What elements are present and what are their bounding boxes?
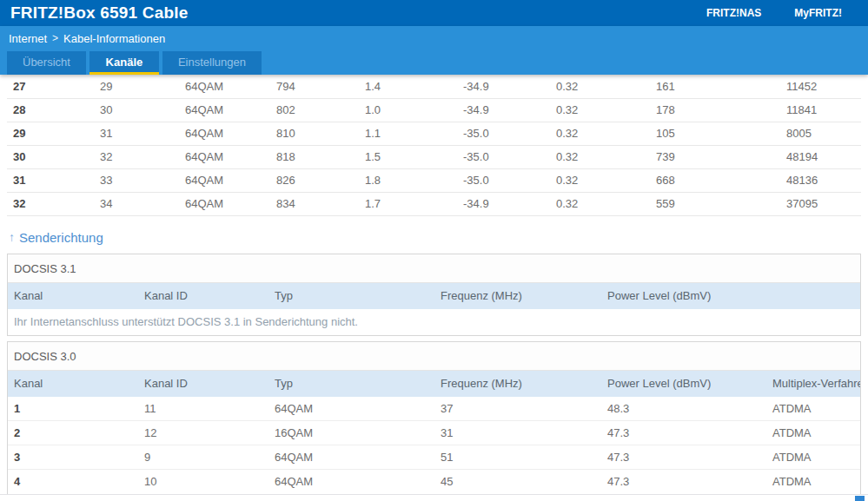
table-cell: 810: [270, 122, 359, 145]
table-cell: -34.9: [457, 192, 550, 215]
table-cell: 8005: [780, 122, 861, 145]
table-cell: 11452: [780, 75, 861, 98]
table-cell: -35.0: [457, 145, 550, 168]
table-cell: 1: [8, 397, 138, 421]
column-header: Frequenz (MHz): [434, 283, 601, 309]
myfritz-link[interactable]: MyFRITZ!: [794, 7, 842, 19]
table-cell: 0.32: [550, 122, 650, 145]
table-cell: -34.9: [457, 98, 550, 122]
table-cell: 0.32: [550, 192, 650, 215]
table-cell: 559: [650, 192, 780, 215]
table-cell: 10: [138, 470, 268, 494]
table-cell: 178: [650, 98, 780, 122]
up-arrow-icon: ↑: [9, 230, 15, 244]
corner-blue-accent: [855, 496, 865, 501]
table-row: 303264QAM8181.5-35.00.3273948194: [7, 145, 861, 168]
table-cell: 31: [94, 122, 179, 145]
table-cell: 31: [7, 168, 94, 192]
table-cell: 34: [94, 192, 179, 215]
table-cell: 0.32: [550, 168, 650, 192]
fritznas-link[interactable]: FRITZ!NAS: [706, 7, 761, 19]
table-cell: 47.3: [601, 445, 766, 470]
table-cell: 30: [94, 98, 179, 122]
table-cell: 64QAM: [268, 470, 434, 494]
tab-kanaele[interactable]: Kanäle: [89, 51, 159, 75]
table-cell: 64QAM: [179, 122, 270, 145]
table-cell: 11841: [780, 98, 861, 122]
table-cell: 64QAM: [179, 75, 270, 98]
tab-einstellungen[interactable]: Einstellungen: [162, 51, 262, 75]
docsis31-message-row: Ihr Internetanschluss unterstützt DOCSIS…: [8, 309, 860, 335]
table-row: 293164QAM8101.1-35.00.321058005: [7, 122, 861, 145]
column-header: Kanal ID: [138, 371, 268, 397]
table-row: 283064QAM8021.0-34.90.3217811841: [7, 98, 861, 122]
table-cell: 31: [434, 421, 601, 445]
docsis30-title: DOCSIS 3.0: [8, 342, 860, 371]
table-cell: 29: [94, 75, 179, 98]
table-cell: 802: [270, 98, 359, 122]
table-cell: 834: [270, 192, 359, 215]
table-cell: 64QAM: [179, 192, 270, 215]
column-header: Kanal ID: [138, 283, 268, 309]
table-row: 272964QAM7941.4-34.90.3216111452: [7, 75, 861, 98]
docsis31-panel: DOCSIS 3.1 KanalKanal IDTypFrequenz (MHz…: [7, 254, 861, 336]
docsis31-title: DOCSIS 3.1: [8, 254, 860, 283]
table-cell: 1.1: [359, 122, 457, 145]
column-header: Kanal: [8, 371, 138, 397]
table-cell: 51: [434, 445, 601, 470]
table-cell: 1.0: [359, 98, 457, 122]
downstream-table-body: 272964QAM7941.4-34.90.3216111452283064QA…: [7, 75, 861, 215]
table-cell: 64QAM: [179, 145, 270, 168]
table-row: 3964QAM5147.3ATDMA: [8, 445, 860, 470]
table-cell: 794: [270, 75, 359, 98]
table-cell: 668: [650, 168, 780, 192]
table-cell: 0.32: [550, 145, 650, 168]
column-header: Frequenz (MHz): [434, 371, 601, 397]
table-cell: 64QAM: [268, 397, 434, 421]
table-cell: -35.0: [457, 122, 550, 145]
table-cell: 11: [138, 397, 268, 421]
table-cell: 0.32: [550, 75, 650, 98]
table-cell: 37095: [780, 192, 861, 215]
table-row: 11164QAM3748.3ATDMA: [8, 397, 860, 421]
senderichtung-heading: ↑ Senderichtung: [9, 230, 859, 245]
table-cell: 105: [650, 122, 780, 145]
table-cell: 48136: [780, 168, 861, 192]
table-cell: 33: [94, 168, 179, 192]
docsis30-table-body: 11164QAM3748.3ATDMA21216QAM3147.3ATDMA39…: [8, 397, 860, 494]
navigation-bar: Internet > Kabel-Informationen Übersicht…: [0, 26, 868, 75]
breadcrumb-internet[interactable]: Internet: [9, 32, 47, 45]
table-cell: ATDMA: [766, 421, 860, 445]
table-cell: 4: [8, 470, 138, 494]
tab-uebersicht[interactable]: Übersicht: [7, 51, 86, 75]
table-row: 21216QAM3147.3ATDMA: [8, 421, 860, 445]
table-row: 313364QAM8261.8-35.00.3266848136: [7, 168, 861, 192]
table-cell: 64QAM: [179, 98, 270, 122]
column-header: Power Level (dBmV): [601, 371, 766, 397]
table-cell: 1.5: [359, 145, 457, 168]
table-cell: 27: [7, 75, 94, 98]
table-cell: 47.3: [601, 470, 766, 494]
table-row: 323464QAM8341.7-34.90.3255937095: [7, 192, 861, 215]
table-cell: 48194: [780, 145, 861, 168]
docsis31-header-row: KanalKanal IDTypFrequenz (MHz)Power Leve…: [8, 283, 860, 309]
breadcrumb-kabel-informationen: Kabel-Informationen: [63, 32, 165, 45]
docsis30-header-row: KanalKanal IDTypFrequenz (MHz)Power Leve…: [8, 371, 860, 397]
table-cell: 32: [7, 192, 94, 215]
table-cell: 29: [7, 122, 94, 145]
table-cell: 1.7: [359, 192, 457, 215]
content-area: 272964QAM7941.4-34.90.3216111452283064QA…: [0, 75, 868, 495]
table-cell: 32: [94, 145, 179, 168]
table-cell: 37: [434, 397, 601, 421]
table-cell: 28: [7, 98, 94, 122]
table-cell: -34.9: [457, 75, 550, 98]
table-cell: 161: [650, 75, 780, 98]
table-cell: ATDMA: [766, 445, 860, 470]
bottom-divider: [0, 494, 868, 495]
senderichtung-label: Senderichtung: [19, 230, 103, 245]
docsis31-table: KanalKanal IDTypFrequenz (MHz)Power Leve…: [8, 283, 860, 335]
downstream-channels-table: 272964QAM7941.4-34.90.3216111452283064QA…: [7, 75, 861, 216]
table-cell: 48.3: [601, 397, 766, 421]
table-cell: 12: [138, 421, 268, 445]
column-header: Typ: [268, 283, 434, 309]
